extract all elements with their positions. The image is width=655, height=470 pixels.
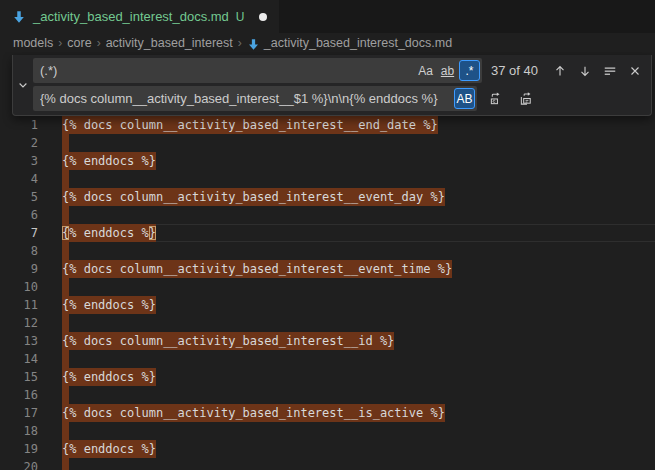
breadcrumb-item[interactable]: _activity_based_interest_docs.md <box>264 36 452 50</box>
line-number: 18 <box>0 422 38 440</box>
replace-row: {% docs column__activity_based_interest_… <box>33 86 646 111</box>
code-line: 15{% enddocs %} <box>0 368 655 386</box>
find-match-highlight <box>62 278 69 296</box>
replace-actions <box>485 88 537 110</box>
breadcrumb: models›core›activity_based_interest›_act… <box>0 33 655 52</box>
line-text[interactable]: {% docs column__activity_based_interest_… <box>62 116 655 134</box>
find-in-selection-button[interactable] <box>599 60 621 82</box>
previous-match-button[interactable] <box>549 60 571 82</box>
find-match-highlight: {% enddocs %} <box>62 368 156 386</box>
line-text[interactable]: {% enddocs %} <box>62 152 655 170</box>
line-number: 4 <box>0 170 38 188</box>
tab-activity-based-interest-docs[interactable]: _activity_based_interest_docs.md U <box>0 0 279 33</box>
close-button[interactable] <box>624 60 646 82</box>
line-number: 3 <box>0 152 38 170</box>
line-number: 8 <box>0 242 38 260</box>
line-text[interactable] <box>62 386 655 404</box>
code-line: 4 <box>0 170 655 188</box>
find-input[interactable]: (.*) Aa ab .* <box>33 58 482 83</box>
line-number: 17 <box>0 404 38 422</box>
line-number: 2 <box>0 134 38 152</box>
line-text[interactable] <box>62 278 655 296</box>
line-text[interactable] <box>62 242 655 260</box>
line-text[interactable]: {% enddocs %} <box>62 368 655 386</box>
breadcrumb-item[interactable]: core <box>67 36 91 50</box>
toggle-replace-chevron-icon[interactable] <box>13 58 33 111</box>
preserve-case-button[interactable]: AB <box>454 88 475 109</box>
code-line: 18 <box>0 422 655 440</box>
line-text[interactable]: {% docs column__activity_based_interest_… <box>62 332 655 350</box>
line-text[interactable] <box>62 314 655 332</box>
line-number: 19 <box>0 440 38 458</box>
line-text[interactable] <box>62 350 655 368</box>
code-line: 8 <box>0 242 655 260</box>
markdown-file-icon <box>247 38 260 51</box>
line-text[interactable] <box>62 206 655 224</box>
find-match-highlight: {% enddocs %} <box>62 440 156 458</box>
find-actions <box>549 60 646 82</box>
line-text[interactable]: {% enddocs %} <box>62 440 655 458</box>
find-match-highlight <box>62 422 69 440</box>
regex-button[interactable]: .* <box>459 60 480 81</box>
find-match-highlight: {% docs column__activity_based_interest_… <box>62 404 445 422</box>
code-line: 12 <box>0 314 655 332</box>
line-number: 5 <box>0 188 38 206</box>
next-match-button[interactable] <box>574 60 596 82</box>
code-line: 13{% docs column__activity_based_interes… <box>0 332 655 350</box>
line-number: 12 <box>0 314 38 332</box>
breadcrumb-item[interactable]: models <box>13 36 53 50</box>
line-text[interactable] <box>62 422 655 440</box>
code-line: 11{% enddocs %} <box>0 296 655 314</box>
find-match-highlight: {% docs column__activity_based_interest_… <box>62 332 394 350</box>
find-match-highlight <box>62 242 69 260</box>
code-line: 20 <box>0 458 655 470</box>
find-match-highlight <box>62 314 69 332</box>
find-match-highlight <box>62 170 69 188</box>
line-number: 16 <box>0 386 38 404</box>
find-match-highlight: {% docs column__activity_based_interest_… <box>62 116 438 134</box>
replace-button[interactable] <box>485 88 507 110</box>
replace-input[interactable]: {% docs column__activity_based_interest_… <box>33 86 477 111</box>
line-text[interactable] <box>62 134 655 152</box>
breadcrumb-item[interactable]: activity_based_interest <box>106 36 233 50</box>
line-text[interactable] <box>62 170 655 188</box>
line-number: 6 <box>0 206 38 224</box>
line-number: 11 <box>0 296 38 314</box>
match-case-button[interactable]: Aa <box>415 60 436 81</box>
line-text[interactable]: {% docs column__activity_based_interest_… <box>62 260 655 278</box>
find-match-highlight: {% docs column__activity_based_interest_… <box>62 188 445 206</box>
unsaved-changes-dot-icon[interactable] <box>259 13 267 21</box>
line-text[interactable] <box>62 458 655 470</box>
breadcrumb-separator: › <box>97 36 101 50</box>
code-line: 10 <box>0 278 655 296</box>
code-line: 2 <box>0 134 655 152</box>
whole-word-button[interactable]: ab <box>437 60 458 81</box>
line-text[interactable]: {% docs column__activity_based_interest_… <box>62 404 655 422</box>
bracket-match-highlight: { <box>62 226 69 240</box>
find-match-highlight <box>62 134 69 152</box>
code-line: 14 <box>0 350 655 368</box>
find-match-highlight: {% docs column__activity_based_interest_… <box>62 260 452 278</box>
find-match-highlight: {% enddocs %} <box>62 296 156 314</box>
line-text[interactable]: {% enddocs %} <box>62 224 655 242</box>
match-count: 37 of 40 <box>491 63 538 78</box>
code-line: 6 <box>0 206 655 224</box>
line-number: 10 <box>0 278 38 296</box>
tab-title: _activity_based_interest_docs.md <box>33 9 229 24</box>
editor-pane[interactable]: (.*) Aa ab .* 37 of 40 <box>0 52 655 470</box>
find-match-highlight <box>62 206 69 224</box>
git-status-badge: U <box>236 10 245 24</box>
code-line: 5{% docs column__activity_based_interest… <box>0 188 655 206</box>
breadcrumb-separator: › <box>58 36 62 50</box>
find-replace-widget: (.*) Aa ab .* 37 of 40 <box>12 55 652 116</box>
replace-all-button[interactable] <box>515 88 537 110</box>
code-line: 19{% enddocs %} <box>0 440 655 458</box>
tab-bar: _activity_based_interest_docs.md U <box>0 0 655 33</box>
line-text[interactable]: {% docs column__activity_based_interest_… <box>62 188 655 206</box>
code-line: 9{% docs column__activity_based_interest… <box>0 260 655 278</box>
code-line: 7{% enddocs %} <box>0 224 655 242</box>
find-match-highlight <box>62 350 69 368</box>
find-input-value: (.*) <box>40 63 414 78</box>
line-number: 14 <box>0 350 38 368</box>
line-text[interactable]: {% enddocs %} <box>62 296 655 314</box>
